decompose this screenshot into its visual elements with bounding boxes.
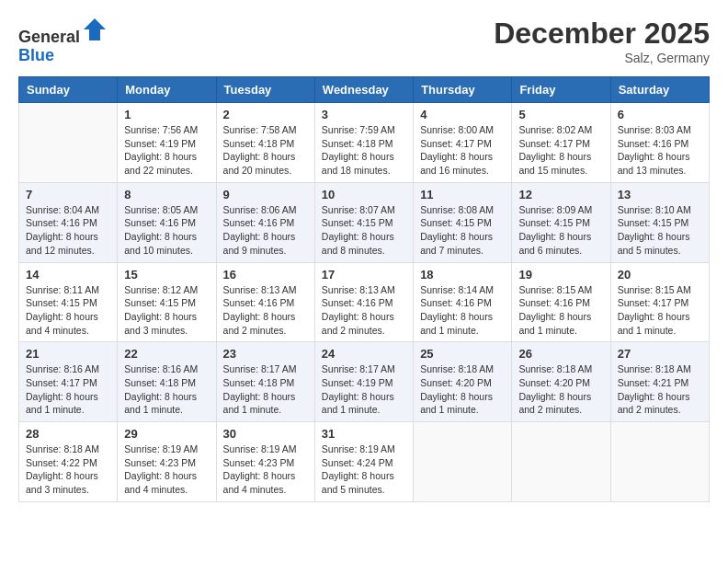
calendar-cell: 5Sunrise: 8:02 AMSunset: 4:17 PMDaylight… [512, 103, 610, 183]
calendar-week-row: 14Sunrise: 8:11 AMSunset: 4:15 PMDayligh… [19, 262, 710, 342]
calendar-cell: 27Sunrise: 8:18 AMSunset: 4:21 PMDayligh… [610, 342, 709, 422]
calendar-cell: 30Sunrise: 8:19 AMSunset: 4:23 PMDayligh… [216, 422, 314, 502]
day-number: 16 [223, 268, 308, 282]
day-number: 27 [618, 347, 702, 361]
day-number: 18 [420, 268, 505, 282]
calendar-cell: 12Sunrise: 8:09 AMSunset: 4:15 PMDayligh… [512, 182, 610, 262]
calendar-cell: 25Sunrise: 8:18 AMSunset: 4:20 PMDayligh… [414, 342, 512, 422]
calendar-cell: 16Sunrise: 8:13 AMSunset: 4:16 PMDayligh… [216, 262, 314, 342]
day-number: 9 [223, 188, 308, 201]
day-number: 25 [420, 347, 505, 361]
calendar-week-row: 1Sunrise: 7:56 AMSunset: 4:19 PMDaylight… [19, 103, 710, 183]
calendar-cell: 17Sunrise: 8:13 AMSunset: 4:16 PMDayligh… [314, 262, 413, 342]
day-info: Sunrise: 8:07 AMSunset: 4:15 PMDaylight:… [322, 203, 406, 258]
column-header-tuesday: Tuesday [216, 77, 314, 103]
calendar-cell: 29Sunrise: 8:19 AMSunset: 4:23 PMDayligh… [118, 422, 216, 502]
day-info: Sunrise: 8:06 AMSunset: 4:16 PMDaylight:… [223, 203, 308, 258]
day-info: Sunrise: 8:18 AMSunset: 4:20 PMDaylight:… [518, 362, 603, 417]
page-header: General Blue December 2025 Salz, Germany [9, 9, 719, 69]
logo-icon [82, 17, 108, 42]
day-number: 4 [420, 108, 505, 121]
logo-general-text: General [18, 28, 80, 46]
calendar-cell: 6Sunrise: 8:03 AMSunset: 4:16 PMDaylight… [610, 103, 709, 183]
calendar-week-row: 28Sunrise: 8:18 AMSunset: 4:22 PMDayligh… [19, 422, 710, 502]
day-number: 24 [322, 347, 406, 361]
calendar-cell: 9Sunrise: 8:06 AMSunset: 4:16 PMDaylight… [216, 182, 314, 262]
title-area: December 2025 Salz, Germany [494, 17, 710, 65]
calendar-cell: 14Sunrise: 8:11 AMSunset: 4:15 PMDayligh… [19, 262, 118, 342]
day-number: 23 [223, 347, 308, 361]
day-number: 20 [618, 268, 702, 282]
day-info: Sunrise: 8:19 AMSunset: 4:23 PMDaylight:… [223, 442, 308, 497]
day-info: Sunrise: 8:00 AMSunset: 4:17 PMDaylight:… [420, 123, 505, 178]
day-info: Sunrise: 7:59 AMSunset: 4:18 PMDaylight:… [322, 123, 406, 178]
calendar-cell: 18Sunrise: 8:14 AMSunset: 4:16 PMDayligh… [414, 262, 512, 342]
calendar-cell [414, 422, 512, 502]
calendar-cell [610, 422, 709, 502]
day-info: Sunrise: 8:15 AMSunset: 4:17 PMDaylight:… [618, 283, 702, 338]
day-info: Sunrise: 8:19 AMSunset: 4:23 PMDaylight:… [124, 442, 209, 497]
column-header-friday: Friday [512, 77, 610, 103]
logo: General Blue [18, 17, 108, 65]
calendar-cell: 28Sunrise: 8:18 AMSunset: 4:22 PMDayligh… [19, 422, 118, 502]
day-info: Sunrise: 8:13 AMSunset: 4:16 PMDaylight:… [322, 283, 406, 338]
day-info: Sunrise: 8:18 AMSunset: 4:21 PMDaylight:… [618, 362, 702, 417]
day-number: 17 [322, 268, 406, 282]
calendar-cell: 11Sunrise: 8:08 AMSunset: 4:15 PMDayligh… [414, 182, 512, 262]
column-header-monday: Monday [118, 77, 216, 103]
day-info: Sunrise: 8:05 AMSunset: 4:16 PMDaylight:… [124, 203, 209, 258]
day-number: 26 [518, 347, 603, 361]
calendar-table: SundayMondayTuesdayWednesdayThursdayFrid… [18, 76, 710, 502]
calendar-cell: 1Sunrise: 7:56 AMSunset: 4:19 PMDaylight… [118, 103, 216, 183]
day-number: 29 [124, 427, 209, 441]
day-info: Sunrise: 8:08 AMSunset: 4:15 PMDaylight:… [420, 203, 505, 258]
day-number: 19 [518, 268, 603, 282]
day-info: Sunrise: 8:12 AMSunset: 4:15 PMDaylight:… [124, 283, 209, 338]
calendar-cell: 21Sunrise: 8:16 AMSunset: 4:17 PMDayligh… [19, 342, 118, 422]
day-info: Sunrise: 8:16 AMSunset: 4:18 PMDaylight:… [124, 362, 209, 417]
day-info: Sunrise: 8:15 AMSunset: 4:16 PMDaylight:… [518, 283, 603, 338]
column-header-thursday: Thursday [414, 77, 512, 103]
day-number: 6 [618, 108, 702, 121]
day-number: 5 [518, 108, 603, 121]
day-info: Sunrise: 7:58 AMSunset: 4:18 PMDaylight:… [223, 123, 308, 178]
calendar-cell: 3Sunrise: 7:59 AMSunset: 4:18 PMDaylight… [314, 103, 413, 183]
calendar-cell: 4Sunrise: 8:00 AMSunset: 4:17 PMDaylight… [414, 103, 512, 183]
day-info: Sunrise: 8:18 AMSunset: 4:20 PMDaylight:… [420, 362, 505, 417]
calendar-cell: 2Sunrise: 7:58 AMSunset: 4:18 PMDaylight… [216, 103, 314, 183]
calendar-cell: 15Sunrise: 8:12 AMSunset: 4:15 PMDayligh… [118, 262, 216, 342]
day-info: Sunrise: 8:17 AMSunset: 4:19 PMDaylight:… [322, 362, 406, 417]
day-number: 8 [124, 188, 209, 201]
calendar-cell: 26Sunrise: 8:18 AMSunset: 4:20 PMDayligh… [512, 342, 610, 422]
day-number: 13 [618, 188, 702, 201]
column-header-saturday: Saturday [610, 77, 709, 103]
calendar-cell: 22Sunrise: 8:16 AMSunset: 4:18 PMDayligh… [118, 342, 216, 422]
location-subtitle: Salz, Germany [494, 51, 710, 65]
calendar-cell: 31Sunrise: 8:19 AMSunset: 4:24 PMDayligh… [314, 422, 413, 502]
day-info: Sunrise: 8:10 AMSunset: 4:15 PMDaylight:… [618, 203, 702, 258]
day-info: Sunrise: 8:03 AMSunset: 4:16 PMDaylight:… [618, 123, 702, 178]
day-number: 12 [518, 188, 603, 201]
day-info: Sunrise: 7:56 AMSunset: 4:19 PMDaylight:… [124, 123, 209, 178]
month-title: December 2025 [494, 17, 710, 51]
day-number: 31 [322, 427, 406, 441]
calendar-cell: 20Sunrise: 8:15 AMSunset: 4:17 PMDayligh… [610, 262, 709, 342]
day-info: Sunrise: 8:17 AMSunset: 4:18 PMDaylight:… [223, 362, 308, 417]
day-info: Sunrise: 8:04 AMSunset: 4:16 PMDaylight:… [26, 203, 110, 258]
calendar-cell: 10Sunrise: 8:07 AMSunset: 4:15 PMDayligh… [314, 182, 413, 262]
day-number: 1 [124, 108, 209, 121]
calendar-week-row: 7Sunrise: 8:04 AMSunset: 4:16 PMDaylight… [19, 182, 710, 262]
column-header-sunday: Sunday [19, 77, 118, 103]
day-number: 2 [223, 108, 308, 121]
logo-blue-text: Blue [18, 46, 54, 64]
calendar-cell [512, 422, 610, 502]
calendar-cell [19, 103, 118, 183]
calendar-cell: 7Sunrise: 8:04 AMSunset: 4:16 PMDaylight… [19, 182, 118, 262]
day-number: 11 [420, 188, 505, 201]
day-info: Sunrise: 8:11 AMSunset: 4:15 PMDaylight:… [26, 283, 110, 338]
calendar-cell: 8Sunrise: 8:05 AMSunset: 4:16 PMDaylight… [118, 182, 216, 262]
day-info: Sunrise: 8:14 AMSunset: 4:16 PMDaylight:… [420, 283, 505, 338]
day-info: Sunrise: 8:13 AMSunset: 4:16 PMDaylight:… [223, 283, 308, 338]
day-number: 30 [223, 427, 308, 441]
day-info: Sunrise: 8:16 AMSunset: 4:17 PMDaylight:… [26, 362, 110, 417]
